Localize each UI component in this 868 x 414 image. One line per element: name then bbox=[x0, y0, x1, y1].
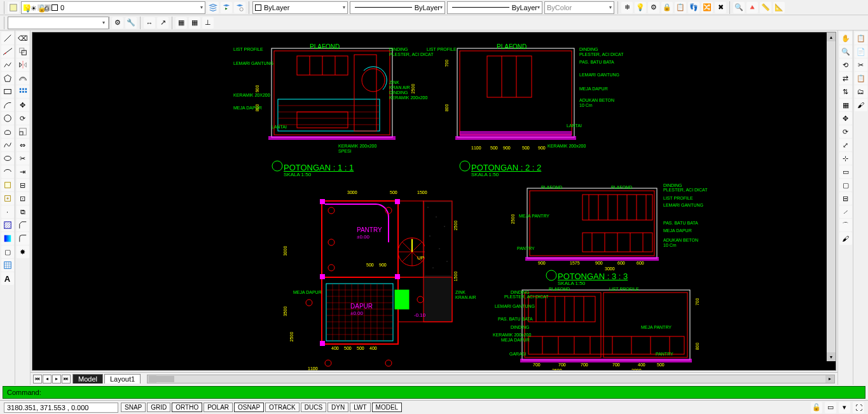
zoom-realtime-icon[interactable]: 🔍 bbox=[839, 45, 852, 58]
layer-state-icon[interactable] bbox=[8, 2, 19, 13]
tab-layout1[interactable]: Layout1 bbox=[104, 374, 141, 383]
join-tool[interactable]: ⧉ bbox=[17, 205, 29, 218]
status-toggle-grid[interactable]: GRID bbox=[147, 403, 170, 412]
move-tool[interactable]: ✥ bbox=[17, 99, 29, 111]
distance-icon[interactable]: 📏 bbox=[760, 2, 771, 13]
grid-icon[interactable]: ▦ bbox=[189, 17, 200, 29]
cut-icon[interactable]: ✂ bbox=[855, 59, 867, 71]
annotation-scale-icon[interactable]: ▾ bbox=[839, 402, 850, 413]
ellipse-tool[interactable] bbox=[1, 152, 14, 165]
layer-isolate-icon[interactable]: ⚙ bbox=[648, 2, 659, 13]
line-tool[interactable] bbox=[1, 32, 14, 45]
layer-freeze-icon[interactable]: ❄ bbox=[621, 2, 633, 13]
layer-walk-icon[interactable]: 👣 bbox=[688, 2, 699, 13]
snap-menu-icon[interactable]: ▦ bbox=[176, 17, 187, 29]
fillet-tool[interactable] bbox=[17, 232, 29, 245]
polygon-tool[interactable] bbox=[1, 72, 14, 85]
mtext-tool[interactable]: A bbox=[1, 272, 14, 285]
match-prop-icon[interactable]: 🖌 bbox=[855, 99, 867, 111]
polyline-tool[interactable] bbox=[1, 59, 14, 71]
dim-linear-icon[interactable]: ↔ bbox=[144, 17, 155, 29]
copy-tool[interactable] bbox=[17, 45, 29, 58]
layer-previous-icon[interactable] bbox=[221, 2, 232, 13]
offset-tool[interactable] bbox=[17, 72, 29, 85]
scroll-thumb[interactable] bbox=[149, 376, 174, 382]
workspace-icon[interactable]: ⚙ bbox=[112, 17, 123, 29]
options-icon[interactable]: 🔧 bbox=[125, 17, 137, 29]
status-toggle-model[interactable]: MODEL bbox=[372, 403, 403, 412]
clean-screen-icon[interactable]: ▭ bbox=[825, 402, 836, 413]
spline-tool[interactable] bbox=[1, 139, 14, 151]
scroll-right-icon[interactable]: ▸ bbox=[825, 375, 834, 383]
command-line[interactable]: Command: bbox=[3, 386, 865, 399]
scroll-down-icon[interactable]: ▾ bbox=[827, 352, 836, 361]
lineweight-dropdown[interactable]: ByLayer ▾ bbox=[447, 1, 542, 14]
trim-tool[interactable]: ✂ bbox=[17, 152, 29, 165]
chamfer-tool[interactable] bbox=[17, 219, 29, 231]
hatch-tool[interactable] bbox=[1, 219, 14, 231]
ortho-icon[interactable]: ⊥ bbox=[202, 17, 214, 29]
align-icon[interactable]: ▦ bbox=[839, 99, 852, 111]
layer-lock-icon[interactable]: 🔒 bbox=[661, 2, 673, 13]
construction-line-tool[interactable] bbox=[1, 45, 14, 58]
copy-clip-icon[interactable]: 📋 bbox=[855, 32, 867, 45]
layer-dropdown[interactable]: 💡 ☀ 🔓 ⎙ 0 ▾ bbox=[21, 1, 205, 14]
plotstyle-dropdown[interactable]: ByColor ▾ bbox=[544, 1, 614, 14]
vertical-scrollbar[interactable]: ▴ ▾ bbox=[827, 32, 836, 361]
paste-icon[interactable]: 📋 bbox=[855, 72, 867, 85]
gradient-tool[interactable] bbox=[1, 232, 14, 245]
zoom-window-icon[interactable]: 🔍 bbox=[733, 2, 745, 13]
status-toggle-snap[interactable]: SNAP bbox=[121, 403, 146, 412]
rotate-tool[interactable]: ⟳ bbox=[17, 112, 29, 125]
ellipse-arc-tool[interactable] bbox=[1, 165, 14, 178]
zoom-extents-icon[interactable]: 🔺 bbox=[747, 2, 758, 13]
paint-icon[interactable]: 🖌 bbox=[839, 232, 852, 245]
tab-next-icon[interactable]: ▸ bbox=[52, 375, 61, 383]
explode-tool[interactable]: ✸ bbox=[17, 245, 29, 258]
layer-states-icon[interactable] bbox=[234, 2, 245, 13]
break-icon[interactable]: ⊟ bbox=[839, 192, 852, 205]
layer-match-icon[interactable]: 📋 bbox=[675, 2, 686, 13]
linetype-dropdown[interactable]: ByLayer ▾ bbox=[350, 1, 445, 14]
layer-delete-icon[interactable]: ✖ bbox=[715, 2, 726, 13]
status-toggle-polar[interactable]: POLAR bbox=[203, 403, 233, 412]
revision-cloud-tool[interactable] bbox=[1, 125, 14, 138]
status-toggle-lwt[interactable]: LWT bbox=[350, 403, 370, 412]
tab-first-icon[interactable]: ⏮ bbox=[33, 375, 42, 383]
break-at-point-tool[interactable]: ⊟ bbox=[17, 179, 29, 191]
status-toggle-osnap[interactable]: OSNAP bbox=[234, 403, 264, 412]
scale3d-icon[interactable]: ⤢ bbox=[839, 139, 852, 151]
status-toggle-dyn[interactable]: DYN bbox=[327, 403, 348, 412]
dim-aligned-icon[interactable]: ↗ bbox=[157, 17, 169, 29]
layer-merge-icon[interactable]: 🔀 bbox=[701, 2, 713, 13]
circle-tool[interactable] bbox=[1, 112, 14, 125]
color-dropdown[interactable]: ByLayer ▾ bbox=[252, 1, 348, 14]
style-input[interactable] bbox=[8, 17, 109, 29]
insert-block-tool[interactable] bbox=[1, 179, 14, 191]
status-toggle-ducs[interactable]: DUCS bbox=[301, 403, 326, 412]
tab-model[interactable]: Model bbox=[72, 374, 103, 383]
mirror-icon[interactable]: ⇄ bbox=[839, 72, 852, 85]
mirror-tool[interactable] bbox=[17, 59, 29, 71]
arc-tool[interactable] bbox=[1, 99, 14, 111]
region-tool[interactable]: ▢ bbox=[1, 245, 14, 258]
copy-base-icon[interactable]: 📄 bbox=[855, 45, 867, 58]
zoom-previous-icon[interactable]: ⟲ bbox=[839, 59, 852, 71]
ucs-icon[interactable]: ⊹ bbox=[839, 152, 852, 165]
make-block-tool[interactable] bbox=[1, 192, 14, 205]
point-tool[interactable]: · bbox=[1, 205, 14, 218]
fillet-icon[interactable]: ⌒ bbox=[839, 219, 852, 231]
break-tool[interactable]: ⊡ bbox=[17, 192, 29, 205]
lock-ui-icon[interactable]: 🔓 bbox=[811, 402, 822, 413]
tab-last-icon[interactable]: ⏭ bbox=[62, 375, 71, 383]
maximize-viewport-icon[interactable]: ⛶ bbox=[853, 402, 864, 413]
move-icon[interactable]: ✥ bbox=[839, 112, 852, 125]
table-tool[interactable] bbox=[1, 259, 14, 272]
chamfer-icon[interactable]: ⟋ bbox=[839, 205, 852, 218]
scroll-up-icon[interactable]: ▴ bbox=[827, 32, 836, 41]
area-icon[interactable]: 📐 bbox=[773, 2, 785, 13]
layer-off-icon[interactable]: 💡 bbox=[635, 2, 646, 13]
flip-icon[interactable]: ⇅ bbox=[839, 85, 852, 98]
region-icon[interactable]: ▢ bbox=[839, 179, 852, 191]
scale-tool[interactable] bbox=[17, 125, 29, 138]
